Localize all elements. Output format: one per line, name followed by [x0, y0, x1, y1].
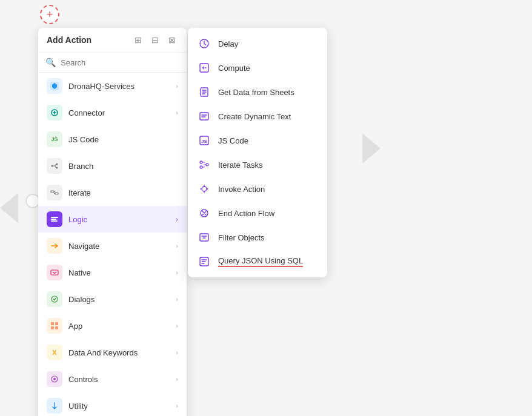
svg-point-17 [53, 378, 56, 380]
menu-item-iterate[interactable]: Iterate [38, 179, 187, 206]
iterate-tasks-label: Iterate Tasks [218, 160, 262, 170]
data-chevron: › [176, 349, 178, 356]
logic-label: Logic [68, 215, 176, 224]
filter-objects-label: Filter Objects [218, 233, 265, 242]
menu-item-utility[interactable]: Utility › [38, 392, 187, 416]
dronahq-label: DronaHQ-Services [68, 82, 176, 91]
svg-rect-6 [55, 193, 58, 194]
jscode-icon: JS [47, 131, 62, 147]
submenu-create-dynamic-text[interactable]: Create Dynamic Text [188, 104, 327, 128]
native-chevron: › [176, 269, 178, 276]
dialogs-chevron: › [176, 295, 178, 303]
submenu-filter-objects[interactable]: Filter Objects [188, 225, 327, 249]
svg-point-3 [56, 163, 58, 165]
end-action-flow-label: End Action Flow [218, 209, 274, 218]
svg-point-27 [202, 187, 207, 191]
svg-rect-5 [51, 191, 54, 193]
invoke-action-icon [198, 182, 211, 196]
create-dynamic-text-label: Create Dynamic Text [218, 112, 291, 121]
svg-rect-13 [55, 322, 58, 325]
navigate-icon [47, 238, 62, 254]
utility-label: Utility [68, 401, 176, 411]
search-box: 🔍 [38, 53, 187, 73]
svg-rect-10 [51, 270, 58, 275]
svg-rect-8 [51, 219, 56, 220]
menu-title: Add Action [47, 35, 91, 45]
menu-item-dialogs[interactable]: Dialogs › [38, 286, 187, 312]
app-chevron: › [176, 322, 178, 329]
invoke-action-label: Invoke Action [218, 185, 265, 194]
connector-label: Connector [68, 108, 176, 117]
menu-item-data-keywords[interactable]: X Data And Keywords › [38, 339, 187, 366]
submenu-get-data-sheets[interactable]: Get Data from Sheets [188, 80, 327, 104]
navigate-label: Navigate [68, 242, 176, 251]
logic-chevron: › [176, 216, 178, 223]
layout-view-icon[interactable]: ⊟ [149, 34, 161, 46]
navigate-chevron: › [176, 242, 178, 249]
iterate-icon [47, 185, 62, 200]
search-input[interactable] [61, 58, 179, 67]
submenu-end-action-flow[interactable]: End Action Flow [188, 201, 327, 225]
end-action-flow-icon [198, 206, 211, 220]
submenu-query-json-sql[interactable]: Query JSON Using SQL [188, 249, 327, 274]
submenu-invoke-action[interactable]: Invoke Action [188, 177, 327, 201]
submenu-iterate-tasks[interactable]: Iterate Tasks [188, 153, 327, 177]
image-view-icon[interactable]: ⊠ [166, 34, 178, 46]
create-dynamic-text-icon [198, 110, 211, 123]
add-action-menu: Add Action ⊞ ⊟ ⊠ 🔍 DronaHQ-Services › Co… [38, 28, 187, 416]
app-icon [47, 318, 62, 334]
submenu-js-code[interactable]: JS JS Code [188, 128, 327, 153]
menu-item-branch[interactable]: Branch [38, 153, 187, 179]
svg-text:JS: JS [201, 139, 207, 144]
logic-submenu: Delay Compute Get Data from Sheets Creat… [188, 28, 327, 277]
controls-label: Controls [68, 375, 176, 384]
iterate-label: Iterate [68, 188, 178, 197]
utility-chevron: › [176, 402, 178, 409]
add-action-button[interactable]: + [40, 5, 59, 24]
menu-item-navigate[interactable]: Navigate › [38, 233, 187, 259]
svg-point-24 [200, 161, 202, 163]
svg-rect-9 [51, 220, 58, 222]
connector-chevron: › [176, 109, 178, 116]
menu-header: Add Action ⊞ ⊟ ⊠ [38, 28, 187, 53]
svg-point-4 [56, 167, 58, 169]
svg-rect-21 [200, 113, 208, 120]
js-code-icon: JS [198, 134, 211, 147]
header-icons: ⊞ ⊟ ⊠ [132, 34, 178, 46]
svg-rect-7 [51, 217, 58, 218]
logic-icon [47, 211, 62, 227]
plus-icon: + [47, 8, 53, 21]
query-json-sql-icon [198, 255, 211, 268]
submenu-delay[interactable]: Delay [188, 31, 327, 56]
native-label: Native [68, 268, 176, 277]
menu-item-jscode[interactable]: JS JS Code [38, 126, 187, 153]
delay-icon [198, 37, 211, 50]
query-json-sql-label: Query JSON Using SQL [218, 256, 303, 267]
svg-rect-19 [200, 64, 208, 72]
menu-item-native[interactable]: Native › [38, 259, 187, 286]
compute-label: Compute [218, 64, 250, 73]
svg-rect-15 [55, 326, 58, 329]
menu-item-connector[interactable]: Connector › [38, 99, 187, 126]
dronahq-chevron: › [176, 82, 178, 90]
svg-point-26 [200, 166, 202, 168]
search-icon: 🔍 [45, 58, 56, 67]
utility-icon [47, 398, 62, 414]
filter-objects-icon [198, 231, 211, 244]
submenu-compute[interactable]: Compute [188, 56, 327, 80]
compute-icon [198, 61, 211, 74]
delay-label: Delay [218, 39, 238, 48]
menu-item-dronahq[interactable]: DronaHQ-Services › [38, 73, 187, 99]
grid-view-icon[interactable]: ⊞ [132, 34, 144, 46]
iterate-tasks-icon [198, 158, 211, 171]
menu-item-app[interactable]: App › [38, 312, 187, 339]
dialogs-label: Dialogs [68, 295, 176, 304]
menu-item-logic[interactable]: Logic › [38, 206, 187, 233]
controls-icon [47, 371, 62, 387]
app-label: App [68, 322, 176, 331]
svg-point-25 [206, 163, 208, 166]
connector-icon [47, 105, 62, 121]
branch-label: Branch [68, 162, 178, 171]
menu-item-controls[interactable]: Controls › [38, 366, 187, 392]
svg-rect-29 [200, 234, 208, 241]
